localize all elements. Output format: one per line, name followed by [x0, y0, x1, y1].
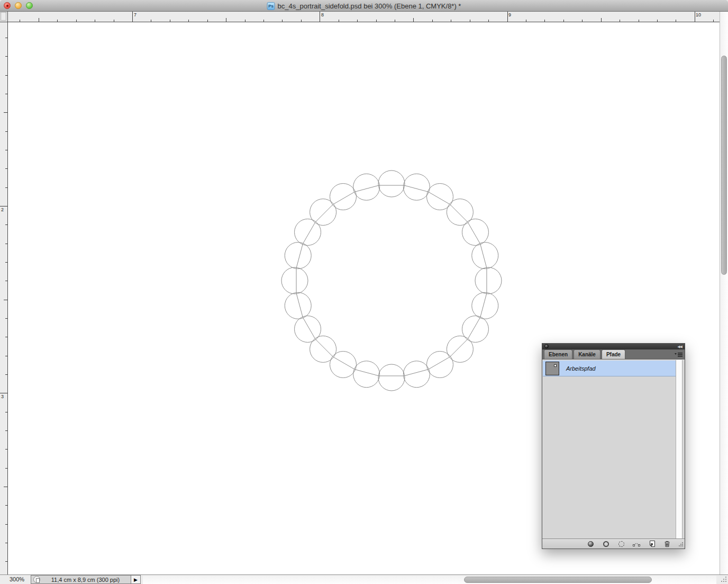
tab-pfade[interactable]: Pfade [602, 349, 625, 359]
ruler-tick [20, 20, 20, 22]
ruler-tick [5, 94, 7, 94]
panel-scrollbar[interactable] [676, 360, 683, 539]
ruler-tick [5, 224, 7, 225]
ruler-origin-box[interactable] [0, 12, 8, 22]
status-bar: 300% 11,4 cm x 8,9 cm (300 ppi) ▶ [0, 574, 728, 584]
maximize-button[interactable] [26, 2, 33, 9]
bead-circle-path [378, 364, 405, 391]
ruler-tick [5, 131, 7, 132]
trash-icon [663, 540, 671, 547]
bead-circle-path [403, 174, 430, 200]
ruler-tick [582, 20, 583, 22]
zoom-level-field[interactable]: 300% [10, 576, 24, 582]
ruler-tick [713, 20, 714, 22]
new-path-button[interactable] [648, 540, 656, 547]
ruler-tick [207, 20, 208, 22]
ruler-tick [5, 262, 7, 263]
bead-circle-path [475, 267, 502, 294]
ruler-label: 10 [696, 12, 701, 17]
status-circle-icon [33, 576, 40, 583]
bead-circle-path [403, 361, 430, 388]
unsaved-changes-dot [6, 5, 8, 7]
bead-circle-path [295, 219, 321, 246]
ruler-tick [376, 20, 377, 22]
bead-circle-path [285, 242, 311, 269]
bead-circle-path [310, 336, 336, 362]
ruler-tick [132, 12, 133, 22]
traffic-lights [4, 2, 33, 9]
ruler-tick [507, 12, 508, 22]
ruler-label: 8 [321, 12, 324, 17]
bead-circle-path [472, 292, 498, 319]
bead-circle-path [447, 336, 473, 362]
window-resize-grip[interactable] [720, 576, 727, 583]
tab-ebenen[interactable]: Ebenen [544, 349, 572, 359]
tab-kanäle[interactable]: Kanäle [574, 349, 600, 359]
bead-circle-path [462, 316, 488, 343]
paths-panel-header[interactable]: ◀◀ [542, 344, 685, 349]
ruler-tick [639, 20, 639, 22]
horizontal-ruler: 78910 [8, 12, 720, 22]
window-titlebar[interactable]: Ps bc_4s_portrait_sidefold.psd bei 300% … [0, 0, 728, 12]
bead-circle-path [447, 199, 473, 226]
vertical-ruler: 23 [0, 22, 8, 574]
load-path-as-selection-button[interactable] [617, 540, 625, 547]
ruler-tick [5, 281, 7, 281]
ruler-tick [5, 168, 7, 169]
bead-circle-path [378, 170, 405, 197]
ruler-tick [263, 20, 264, 22]
collapse-panel-icon[interactable]: ◀◀ [677, 344, 682, 349]
bead-circle-path [427, 184, 453, 210]
ruler-tick [76, 20, 77, 22]
path-thumbnail-mark [554, 364, 557, 367]
ruler-tick [5, 75, 7, 76]
bead-circle-path [330, 184, 357, 210]
photoshop-window: Ps bc_4s_portrait_sidefold.psd bei 300% … [0, 0, 728, 584]
bead-circle-path [353, 174, 380, 200]
bead-circle-path [295, 316, 321, 343]
ruler-tick [320, 12, 320, 22]
bead-circle-path [462, 219, 488, 246]
ruler-tick [432, 20, 433, 22]
vertical-scrollbar-thumb[interactable] [721, 56, 727, 275]
ruler-tick [282, 20, 283, 22]
horizontal-scrollbar-thumb[interactable] [464, 577, 652, 583]
ruler-tick [5, 374, 7, 375]
fill-path-button[interactable] [587, 540, 594, 547]
ruler-tick [5, 150, 7, 150]
stroke-path-icon [603, 541, 609, 547]
doc-info-group: 11,4 cm x 8,9 cm (300 ppi) ▶ [31, 575, 141, 584]
panel-footer [542, 538, 685, 549]
bead-circle-path [353, 361, 380, 388]
ruler-tick [451, 20, 451, 22]
close-button[interactable] [4, 2, 11, 9]
minimize-button[interactable] [15, 2, 22, 9]
vertical-scrollbar[interactable] [720, 12, 728, 574]
work-path-row[interactable]: Arbeitspfad [543, 361, 676, 376]
ruler-tick [226, 18, 226, 22]
ruler-tick [357, 20, 358, 22]
window-title-text: bc_4s_portrait_sidefold.psd bei 300% (Eb… [278, 2, 461, 10]
bead-circle-path [285, 292, 311, 319]
ruler-tick [5, 449, 7, 450]
stroke-path-button[interactable] [602, 540, 609, 547]
ruler-tick [339, 20, 339, 22]
bead-circle-path [330, 351, 357, 378]
horizontal-scrollbar[interactable] [143, 576, 716, 584]
panel-tab-bar: EbenenKanälePfade [542, 349, 685, 360]
ruler-tick [5, 187, 7, 188]
selection-from-path-icon [618, 541, 624, 547]
bead-circle-path [472, 242, 498, 269]
ruler-tick [695, 12, 695, 22]
ruler-tick [657, 20, 658, 22]
bead-circle-path [310, 199, 336, 226]
ruler-label: 9 [508, 12, 511, 17]
ruler-tick [5, 56, 7, 57]
psd-file-icon: Ps [267, 2, 275, 10]
delete-path-button[interactable] [663, 540, 671, 547]
panel-resize-grip[interactable] [677, 541, 684, 548]
ruler-tick [114, 20, 114, 22]
panel-menu-icon[interactable] [674, 352, 683, 357]
make-work-path-button[interactable] [633, 540, 640, 547]
status-menu-arrow-button[interactable]: ▶ [131, 576, 140, 583]
